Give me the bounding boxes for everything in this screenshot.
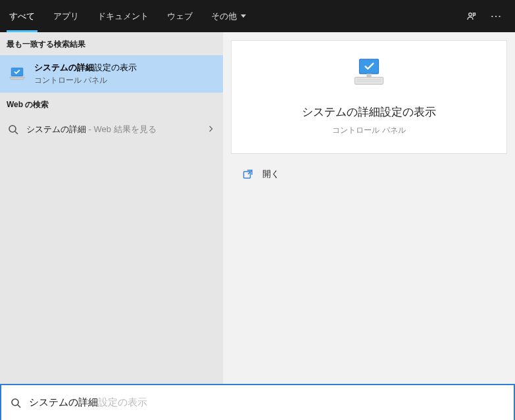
open-icon [243,169,253,179]
tab-all[interactable]: すべて [0,0,44,32]
tab-apps-label: アプリ [53,11,79,22]
search-icon [8,124,18,135]
search-input[interactable]: システムの詳細設定の表示 [29,396,147,409]
feedback-icon[interactable] [466,11,477,22]
best-match-result[interactable]: システムの詳細設定の表示 コントロール パネル [0,55,223,93]
top-tab-bar: すべて アプリ ドキュメント ウェブ その他 ··· [0,0,515,32]
search-typed-text: システムの詳細 [29,396,98,409]
detail-card: システムの詳細設定の表示 コントロール パネル [231,40,507,154]
results-pane: 最も一致する検索結果 システムの詳細設定の表示 コントロール パネル Web の… [0,32,223,384]
detail-subtitle: コントロール パネル [332,125,405,136]
best-match-title-bold: システムの詳細 [34,62,94,72]
best-match-title-rest: 設定の表示 [94,62,137,72]
svg-rect-5 [355,77,383,84]
actions-list: 開く [231,162,507,187]
control-panel-laptop-icon [8,66,26,82]
svg-rect-4 [366,74,371,77]
chevron-down-icon [241,14,246,18]
more-options-icon[interactable]: ··· [491,11,502,22]
tab-more-label: その他 [211,11,237,22]
tab-documents[interactable]: ドキュメント [88,0,158,32]
tabs: すべて アプリ ドキュメント ウェブ その他 [0,0,255,32]
tab-more[interactable]: その他 [202,0,255,32]
web-result-suffix: - Web 結果を見る [86,124,157,134]
tab-web[interactable]: ウェブ [158,0,202,32]
web-result-text: システムの詳細 - Web 結果を見る [26,124,157,135]
detail-pane: システムの詳細設定の表示 コントロール パネル 開く [223,32,515,384]
best-match-text: システムの詳細設定の表示 コントロール パネル [34,62,137,86]
tab-documents-label: ドキュメント [97,11,149,22]
svg-point-2 [9,126,16,132]
best-match-title: システムの詳細設定の表示 [34,62,137,74]
detail-title: システムの詳細設定の表示 [302,105,436,120]
chevron-right-icon [208,124,214,135]
web-search-result[interactable]: システムの詳細 - Web 結果を見る [0,116,223,143]
open-action-label: 開く [262,168,280,180]
best-match-header: 最も一致する検索結果 [0,32,223,55]
header-right-icons: ··· [466,11,515,22]
tab-apps[interactable]: アプリ [44,0,88,32]
search-icon [11,398,21,408]
detail-icon [350,57,388,93]
web-search-header: Web の検索 [0,93,223,116]
tab-all-label: すべて [9,11,35,22]
tab-web-label: ウェブ [167,11,193,22]
svg-point-0 [469,12,472,16]
open-action[interactable]: 開く [231,162,507,187]
svg-rect-3 [360,59,379,74]
web-result-query: システムの詳細 [26,124,86,134]
search-bar[interactable]: システムの詳細設定の表示 [0,384,515,420]
main-content: 最も一致する検索結果 システムの詳細設定の表示 コントロール パネル Web の… [0,32,515,384]
svg-point-9 [12,399,18,406]
best-match-subtitle: コントロール パネル [34,75,137,86]
search-suggestion-text: 設定の表示 [98,396,147,409]
